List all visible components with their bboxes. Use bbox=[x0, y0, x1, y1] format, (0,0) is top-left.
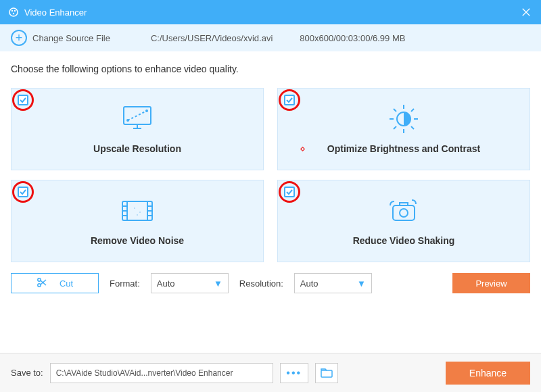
svg-point-8 bbox=[126, 119, 129, 122]
svg-point-32 bbox=[137, 214, 138, 216]
svg-line-7 bbox=[128, 111, 147, 120]
card-label: Reduce Video Shaking bbox=[353, 235, 455, 246]
content: Choose the following options to enhance … bbox=[0, 51, 541, 300]
film-icon bbox=[118, 196, 156, 226]
folder-icon bbox=[321, 368, 333, 378]
format-label: Format: bbox=[110, 278, 140, 289]
app-icon bbox=[8, 7, 19, 18]
svg-point-9 bbox=[145, 109, 148, 112]
change-source-button[interactable]: Change Source File bbox=[32, 33, 110, 43]
format-value: Auto bbox=[157, 278, 175, 289]
preview-button[interactable]: Preview bbox=[452, 273, 530, 293]
svg-point-30 bbox=[134, 207, 135, 209]
card-label: Upscale Resolution bbox=[93, 143, 181, 154]
enhance-button[interactable]: Enhance bbox=[446, 362, 530, 385]
svg-point-35 bbox=[400, 209, 408, 217]
card-optimize-brightness[interactable]: Optimize Brightness and Contrast bbox=[277, 88, 530, 170]
card-remove-noise[interactable]: Remove Video Noise bbox=[11, 180, 264, 262]
svg-line-18 bbox=[411, 126, 414, 129]
svg-rect-6 bbox=[124, 107, 151, 124]
chevron-down-icon: ▼ bbox=[214, 278, 222, 289]
format-select[interactable]: Auto ▼ bbox=[151, 273, 229, 293]
close-icon[interactable] bbox=[519, 5, 533, 19]
window-title: Video Enhancer bbox=[24, 7, 519, 18]
options-grid: Upscale Resolution Optimize Brightness a… bbox=[11, 88, 530, 262]
cut-button[interactable]: Cut bbox=[11, 273, 99, 293]
svg-line-19 bbox=[394, 126, 396, 129]
checkbox-shaking[interactable] bbox=[284, 187, 295, 197]
cut-label: Cut bbox=[60, 278, 73, 289]
svg-rect-34 bbox=[400, 203, 408, 205]
source-info: 800x600/00:03:00/6.99 MB bbox=[300, 33, 405, 43]
svg-line-20 bbox=[411, 109, 414, 112]
svg-line-38 bbox=[41, 280, 46, 285]
resolution-label: Resolution: bbox=[239, 278, 283, 289]
checkbox-brightness[interactable] bbox=[284, 95, 295, 105]
save-path-input[interactable] bbox=[50, 363, 273, 383]
resolution-value: Auto bbox=[300, 278, 319, 289]
svg-line-17 bbox=[394, 109, 396, 112]
source-bar: + Change Source File C:/Users/USER/Video… bbox=[0, 24, 541, 51]
svg-rect-33 bbox=[393, 205, 415, 220]
svg-point-2 bbox=[14, 10, 16, 11]
checkbox-noise[interactable] bbox=[18, 187, 28, 197]
svg-line-39 bbox=[41, 280, 46, 285]
red-marker bbox=[300, 147, 305, 151]
resolution-select[interactable]: Auto ▼ bbox=[294, 273, 372, 293]
save-to-label: Save to: bbox=[11, 368, 43, 378]
add-source-icon[interactable]: + bbox=[11, 30, 27, 46]
open-folder-button[interactable] bbox=[315, 363, 338, 383]
svg-point-1 bbox=[11, 10, 13, 11]
more-button[interactable]: ••• bbox=[280, 363, 308, 383]
brightness-icon bbox=[387, 104, 421, 134]
chevron-down-icon: ▼ bbox=[357, 278, 366, 289]
source-path: C:/Users/USER/Videos/xvid.avi bbox=[151, 33, 273, 43]
monitor-icon bbox=[118, 104, 156, 134]
scissors-icon bbox=[37, 277, 47, 290]
card-label: Remove Video Noise bbox=[91, 235, 184, 246]
card-reduce-shaking[interactable]: Reduce Video Shaking bbox=[277, 180, 530, 262]
svg-rect-40 bbox=[321, 370, 332, 377]
footer: Save to: ••• Enhance bbox=[0, 353, 541, 392]
svg-point-3 bbox=[13, 13, 14, 14]
instruction-text: Choose the following options to enhance … bbox=[11, 64, 530, 74]
svg-point-0 bbox=[9, 8, 18, 16]
checkbox-upscale[interactable] bbox=[18, 95, 28, 105]
titlebar: Video Enhancer bbox=[0, 0, 541, 24]
controls-row: Cut Format: Auto ▼ Resolution: Auto ▼ Pr… bbox=[11, 273, 530, 293]
svg-point-31 bbox=[139, 212, 141, 213]
camera-icon bbox=[385, 196, 423, 226]
card-label: Optimize Brightness and Contrast bbox=[327, 143, 480, 154]
card-upscale-resolution[interactable]: Upscale Resolution bbox=[11, 88, 264, 170]
